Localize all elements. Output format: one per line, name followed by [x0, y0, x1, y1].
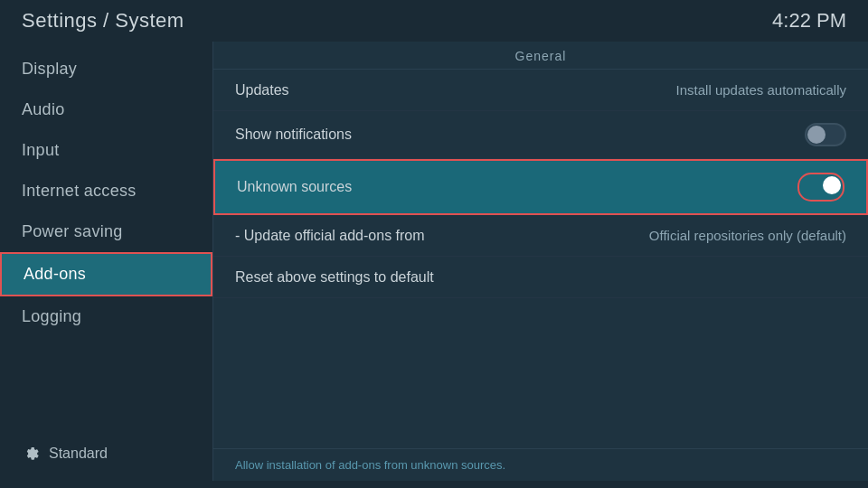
toggle-unknown-sources-wrapper	[797, 173, 844, 202]
sidebar-item-input[interactable]: Input	[0, 130, 212, 171]
setting-row-reset[interactable]: Reset above settings to default	[213, 257, 868, 298]
layout: Display Audio Input Internet access Powe…	[0, 42, 868, 481]
header: Settings / System 4:22 PM	[0, 0, 868, 42]
section-label: General	[213, 42, 868, 69]
profile-label: Standard	[49, 446, 108, 462]
toggle-knob-unknown-sources	[823, 176, 841, 194]
sidebar-item-display[interactable]: Display	[0, 49, 212, 89]
page-title: Settings / System	[22, 9, 184, 33]
setting-name-unknown-sources: Unknown sources	[237, 179, 352, 195]
main-content: General Updates Install updates automati…	[212, 42, 868, 481]
sidebar-footer[interactable]: Standard	[0, 434, 212, 474]
setting-name-updates: Updates	[235, 82, 289, 99]
setting-value-update-addons: Official repositories only (default)	[649, 228, 846, 243]
sidebar-items: Display Audio Input Internet access Powe…	[0, 49, 212, 337]
sidebar-item-internet-access[interactable]: Internet access	[0, 171, 212, 211]
gear-icon	[22, 445, 40, 463]
setting-row-show-notifications[interactable]: Show notifications	[213, 111, 868, 159]
sidebar-item-add-ons[interactable]: Add-ons	[0, 252, 212, 296]
setting-row-unknown-sources[interactable]: Unknown sources	[213, 159, 868, 215]
sidebar-item-audio[interactable]: Audio	[0, 89, 212, 130]
toggle-show-notifications[interactable]	[805, 123, 846, 146]
setting-row-updates[interactable]: Updates Install updates automatically	[213, 70, 868, 111]
settings-list: Updates Install updates automatically Sh…	[213, 70, 868, 448]
sidebar-item-logging[interactable]: Logging	[0, 296, 212, 337]
setting-value-updates: Install updates automatically	[676, 82, 846, 98]
clock: 4:22 PM	[772, 9, 846, 33]
footer-text: Allow installation of add-ons from unkno…	[235, 458, 505, 472]
toggle-knob-show-notifications	[807, 126, 826, 144]
sidebar-item-power-saving[interactable]: Power saving	[0, 211, 212, 252]
setting-row-update-addons[interactable]: - Update official add-ons from Official …	[213, 215, 868, 257]
footer-bar: Allow installation of add-ons from unkno…	[213, 448, 868, 481]
setting-name-reset: Reset above settings to default	[235, 269, 434, 286]
setting-name-show-notifications: Show notifications	[235, 127, 352, 143]
toggle-unknown-sources[interactable]	[800, 175, 842, 199]
sidebar: Display Audio Input Internet access Powe…	[0, 42, 212, 481]
setting-name-update-addons: - Update official add-ons from	[235, 228, 425, 244]
